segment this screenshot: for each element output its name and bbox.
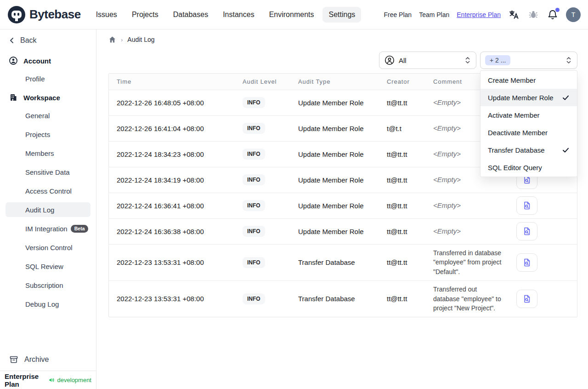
sidebar-item-access-control[interactable]: Access Control [6,183,90,198]
check-icon [562,94,570,102]
user-avatar[interactable]: T [566,7,581,22]
back-button[interactable]: Back [0,34,96,47]
archive-label: Archive [24,355,49,364]
sidebar-item-sql-review[interactable]: SQL Review [6,259,90,274]
menu-item-label: Transfer Database [488,146,545,154]
check-icon [562,146,570,154]
sidebar-item-label: Sensitive Data [25,168,70,176]
settings-sidebar: Back Account Profile Workspace Gen [0,29,96,389]
menu-item-label: Activate Member [488,111,540,119]
menu-item-sql-editor-query[interactable]: SQL Editor Query [481,159,577,176]
audit-type: Update Member Role [290,90,379,115]
audit-level-badge: INFO [243,123,265,134]
menu-item-transfer-database[interactable]: Transfer Database [481,141,577,159]
nav-instances[interactable]: Instances [217,7,260,23]
file-search-icon [522,227,531,236]
audit-type: Update Member Role [290,218,379,244]
archive-button[interactable]: Archive [0,351,96,368]
nav-issues[interactable]: Issues [90,7,123,23]
audit-comment: Transferred in database "employee" from … [425,244,509,280]
notification-bell-icon[interactable] [547,9,559,21]
view-detail-button[interactable] [516,290,537,308]
bug-report-icon[interactable] [527,9,539,21]
menu-item-deactivate-member[interactable]: Deactivate Member [481,124,577,141]
audit-type-filter-select[interactable]: + 2 ... [480,51,577,69]
menu-item-activate-member[interactable]: Activate Member [481,106,577,124]
translate-icon[interactable] [508,9,520,21]
select-chevrons-icon [464,56,471,64]
audit-type-dropdown-menu: Create Member Update Member Role Activat… [480,70,577,177]
audit-time: 2022-12-23 13:53:31 +08:00 [109,244,235,280]
audit-time: 2022-12-26 16:41:04 +08:00 [109,115,235,141]
user-circle-icon [384,55,395,66]
view-detail-button[interactable] [516,196,537,215]
audit-creator: tt@tt.tt [379,193,425,218]
sidebar-item-version-control[interactable]: Version Control [6,240,90,255]
nav-settings[interactable]: Settings [322,7,361,23]
sidebar-item-general[interactable]: General [6,108,90,123]
audit-level-badge: INFO [243,97,265,108]
audit-type-filter-value: + 2 ... [485,55,510,65]
sidebar-item-audit-log[interactable]: Audit Log [6,202,90,217]
sidebar-footer: Enterprise Plan development [0,371,96,389]
workspace-icon [9,93,17,102]
sidebar-item-label: Version Control [25,244,73,252]
view-detail-button[interactable] [516,253,537,272]
back-label: Back [20,36,37,45]
nav-projects[interactable]: Projects [126,7,164,23]
sidebar-item-label: IM Integration [25,225,68,233]
sidebar-item-debug-log[interactable]: Debug Log [6,297,90,311]
sidebar-item-label: SQL Review [25,263,63,270]
filter-bar: All + 2 ... Create Member [108,51,577,69]
menu-item-update-member-role[interactable]: Update Member Role [481,89,577,106]
menu-item-label: Deactivate Member [488,129,548,137]
free-plan-button[interactable]: Free Plan [384,11,412,18]
sidebar-item-projects[interactable]: Projects [6,127,90,142]
audit-comment: <Empty> [425,193,509,218]
audit-type: Update Member Role [290,141,379,167]
audit-type: Transfer Database [290,244,379,280]
sidebar-item-members[interactable]: Members [6,146,90,160]
sidebar-item-label: General [25,112,50,120]
audit-creator: tt@tt.tt [379,218,425,244]
sidebar-item-label: Members [25,149,54,157]
sidebar-item-label: Projects [25,131,50,138]
table-row: 2022-12-24 16:36:41 +08:00 INFO Update M… [109,193,577,218]
creator-filter-select[interactable]: All [379,51,476,69]
breadcrumb-current: Audit Log [127,36,154,43]
table-row: 2022-12-23 13:53:31 +08:00 INFO Transfer… [109,280,577,317]
environment-label: development [57,377,91,383]
bytebase-logo-icon [7,6,26,24]
menu-item-label: Update Member Role [488,94,554,102]
table-row: 2022-12-23 13:53:31 +08:00 INFO Transfer… [109,244,577,280]
workspace-section-label: Workspace [23,94,60,102]
sidebar-item-profile[interactable]: Profile [6,71,90,86]
home-icon[interactable] [108,36,116,44]
enterprise-plan-link[interactable]: Enterprise Plan [457,11,501,18]
top-navbar: Bytebase Issues Projects Databases Insta… [0,0,588,29]
beta-badge: Beta [71,225,89,233]
table-row: 2022-12-24 16:36:38 +08:00 INFO Update M… [109,218,577,244]
announcement-speaker-icon [48,376,55,384]
sidebar-item-im-integration[interactable]: IM Integration Beta [6,221,90,236]
menu-item-create-member[interactable]: Create Member [481,71,577,89]
nav-environments[interactable]: Environments [263,7,320,23]
audit-time: 2022-12-23 13:53:31 +08:00 [109,280,235,317]
menu-item-label: SQL Editor Query [488,164,542,172]
notification-dot [555,8,560,12]
team-plan-button[interactable]: Team Plan [419,11,449,18]
sidebar-item-sensitive-data[interactable]: Sensitive Data [6,165,90,179]
audit-type: Transfer Database [290,280,379,317]
column-header-time: Time [109,74,235,90]
bytebase-logo[interactable]: Bytebase [7,6,81,24]
nav-databases[interactable]: Databases [167,7,215,23]
sidebar-item-label: Access Control [25,187,72,195]
sidebar-section-account: Account [0,53,96,68]
file-search-icon [522,258,531,267]
sidebar-item-label: Profile [25,75,45,83]
sidebar-item-subscription[interactable]: Subscription [6,278,90,292]
view-detail-button[interactable] [516,222,537,240]
audit-level-badge: INFO [243,226,265,237]
audit-time: 2022-12-24 16:36:41 +08:00 [109,193,235,218]
audit-comment: Transferred out database "employee" to p… [425,280,509,317]
